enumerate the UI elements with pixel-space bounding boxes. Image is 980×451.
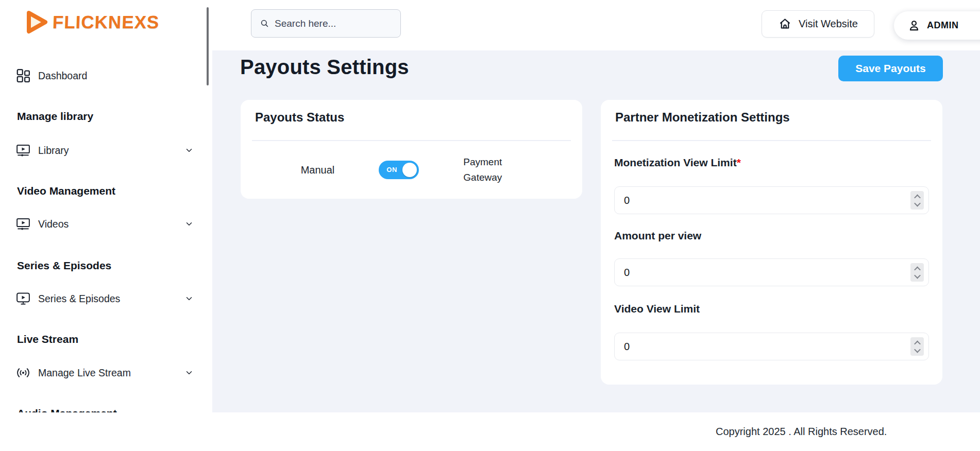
sidebar-item-label: Series & Episodes [38, 293, 120, 305]
number-spinner[interactable] [910, 263, 924, 282]
amount-per-view-field [614, 258, 929, 286]
home-icon [778, 17, 792, 31]
sidebar-item-label: Videos [38, 218, 69, 230]
toggle-state-label: ON [386, 166, 397, 174]
video-player-icon [15, 143, 31, 158]
amount-per-view-input[interactable] [614, 258, 929, 286]
divider [612, 140, 931, 141]
toggle-knob [402, 163, 417, 177]
play-triangle-icon [23, 8, 50, 36]
video-player-icon [15, 216, 31, 232]
visit-website-button[interactable]: Visit Website [762, 10, 874, 38]
sidebar-heading-video-management: Video Management [17, 185, 115, 197]
sidebar-item-label: Dashboard [38, 70, 87, 82]
visit-website-label: Visit Website [799, 18, 858, 30]
payouts-status-title: Payouts Status [255, 110, 344, 125]
number-spinner[interactable] [910, 337, 924, 356]
video-view-limit-input[interactable] [614, 333, 929, 360]
sidebar-item-library[interactable]: Library [15, 140, 197, 161]
spinner-down-icon[interactable] [914, 272, 921, 279]
user-icon [907, 19, 921, 32]
footer: Copyright 2025 . All Rights Reserved. [0, 412, 980, 451]
sidebar-item-series-episodes[interactable]: Series & Episodes [15, 288, 197, 309]
divider [252, 140, 571, 141]
monetization-view-limit-input[interactable] [614, 186, 929, 214]
brand-logo[interactable]: FLICKNEXS [23, 8, 159, 36]
top-header: Visit Website ADMIN [212, 0, 980, 50]
sidebar-item-dashboard[interactable]: Dashboard [15, 65, 197, 86]
spinner-down-icon[interactable] [914, 200, 921, 206]
monetization-view-limit-field [614, 186, 929, 214]
sidebar-item-manage-live-stream[interactable]: Manage Live Stream [15, 362, 197, 383]
sidebar-heading-manage-library: Manage library [17, 110, 93, 123]
payment-gateway-label: Payment Gateway [463, 154, 522, 185]
payout-mode-row: Manual ON Payment Gateway [241, 149, 582, 190]
partner-monetization-title: Partner Monetization Settings [615, 110, 790, 125]
admin-menu-button[interactable]: ADMIN [894, 11, 980, 40]
search-icon [260, 19, 269, 28]
copyright-text: Copyright 2025 . All Rights Reserved. [716, 426, 887, 438]
required-asterisk: * [737, 157, 741, 168]
chevron-down-icon [184, 146, 194, 155]
amount-per-view-label: Amount per view [614, 230, 701, 242]
sidebar: FLICKNEXS Dashboard Manage library Libra… [0, 0, 212, 451]
spinner-down-icon[interactable] [914, 346, 921, 353]
admin-label: ADMIN [927, 20, 959, 31]
sidebar-item-videos[interactable]: Videos [15, 214, 197, 234]
sidebar-heading-series-episodes: Series & Episodes [17, 259, 111, 272]
manual-label: Manual [301, 164, 335, 176]
broadcast-icon [15, 365, 31, 380]
monitor-play-icon [15, 291, 31, 306]
partner-monetization-card: Partner Monetization Settings Monetizati… [601, 100, 942, 385]
sidebar-item-label: Library [38, 145, 69, 157]
search-box[interactable] [251, 9, 401, 38]
monetization-view-limit-label: Monetization View Limit* [614, 157, 741, 169]
number-spinner[interactable] [910, 191, 924, 210]
sidebar-item-label: Manage Live Stream [38, 367, 131, 379]
payouts-status-card: Payouts Status Manual ON Payment Gateway [241, 100, 582, 199]
chevron-down-icon [184, 294, 194, 303]
dashboard-grid-icon [15, 68, 31, 83]
sidebar-heading-live-stream: Live Stream [17, 333, 78, 345]
main-content: Payouts Settings Save Payouts Payouts St… [212, 50, 980, 412]
chevron-down-icon [184, 219, 194, 229]
save-payouts-button[interactable]: Save Payouts [838, 56, 943, 81]
sidebar-scrollbar[interactable] [207, 7, 209, 85]
video-view-limit-label: Video View Limit [614, 303, 700, 315]
payout-mode-toggle[interactable]: ON [379, 161, 419, 179]
video-view-limit-field [614, 333, 929, 360]
chevron-down-icon [184, 368, 194, 377]
brand-name: FLICKNEXS [52, 12, 160, 32]
page-title: Payouts Settings [240, 56, 409, 79]
search-input[interactable] [274, 18, 389, 30]
